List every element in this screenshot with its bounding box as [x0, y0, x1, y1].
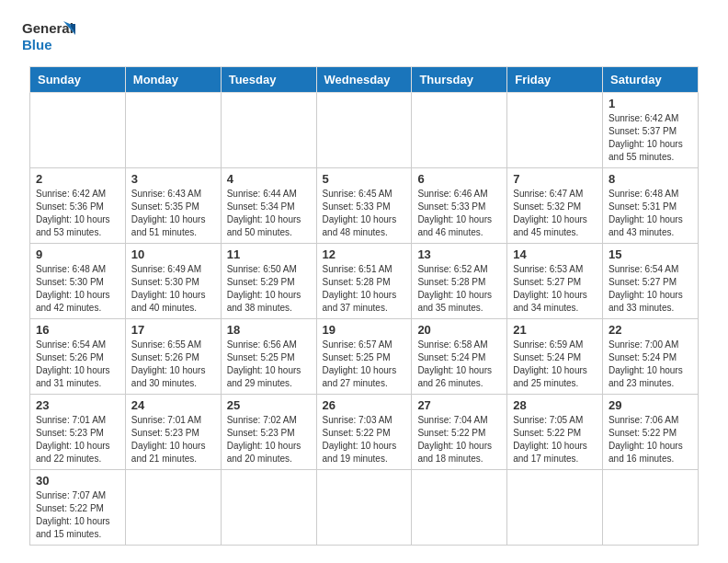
day-info: Sunrise: 6:49 AM Sunset: 5:30 PM Dayligh… [131, 263, 215, 315]
page-header: GeneralBlue [0, 0, 728, 66]
day-cell: 15Sunrise: 6:54 AM Sunset: 5:27 PM Dayli… [603, 244, 699, 319]
day-cell: 26Sunrise: 7:03 AM Sunset: 5:22 PM Dayli… [316, 395, 412, 470]
weekday-header-row: SundayMondayTuesdayWednesdayThursdayFrid… [30, 67, 699, 93]
svg-text:Blue: Blue [22, 37, 52, 52]
day-cell: 30Sunrise: 7:07 AM Sunset: 5:22 PM Dayli… [30, 470, 126, 546]
day-cell [507, 470, 603, 546]
weekday-monday: Monday [125, 67, 221, 93]
day-info: Sunrise: 6:42 AM Sunset: 5:36 PM Dayligh… [36, 188, 119, 239]
day-number: 30 [36, 474, 119, 488]
day-cell: 23Sunrise: 7:01 AM Sunset: 5:23 PM Dayli… [30, 395, 126, 470]
day-cell: 10Sunrise: 6:49 AM Sunset: 5:30 PM Dayli… [125, 244, 221, 319]
day-cell: 16Sunrise: 6:54 AM Sunset: 5:26 PM Dayli… [30, 319, 126, 395]
day-number: 2 [36, 172, 119, 186]
day-cell [603, 470, 699, 546]
day-cell: 7Sunrise: 6:47 AM Sunset: 5:32 PM Daylig… [507, 168, 603, 244]
week-row-1: 1Sunrise: 6:42 AM Sunset: 5:37 PM Daylig… [30, 93, 699, 168]
day-info: Sunrise: 6:47 AM Sunset: 5:32 PM Dayligh… [513, 188, 597, 239]
day-cell: 5Sunrise: 6:45 AM Sunset: 5:33 PM Daylig… [316, 168, 412, 244]
day-info: Sunrise: 7:03 AM Sunset: 5:22 PM Dayligh… [323, 414, 406, 465]
day-info: Sunrise: 7:01 AM Sunset: 5:23 PM Dayligh… [131, 414, 215, 465]
day-number: 21 [513, 323, 597, 337]
day-number: 4 [227, 172, 311, 186]
day-cell: 9Sunrise: 6:48 AM Sunset: 5:30 PM Daylig… [30, 244, 126, 319]
day-cell [412, 93, 507, 168]
weekday-thursday: Thursday [412, 67, 507, 93]
logo: GeneralBlue [22, 17, 77, 57]
day-info: Sunrise: 6:57 AM Sunset: 5:25 PM Dayligh… [323, 339, 406, 390]
day-cell: 17Sunrise: 6:55 AM Sunset: 5:26 PM Dayli… [125, 319, 221, 395]
day-info: Sunrise: 6:52 AM Sunset: 5:28 PM Dayligh… [417, 263, 501, 315]
day-info: Sunrise: 7:04 AM Sunset: 5:22 PM Dayligh… [417, 414, 501, 465]
day-cell: 18Sunrise: 6:56 AM Sunset: 5:25 PM Dayli… [221, 319, 316, 395]
weekday-friday: Friday [507, 67, 603, 93]
week-row-5: 23Sunrise: 7:01 AM Sunset: 5:23 PM Dayli… [30, 395, 699, 470]
day-cell [221, 93, 316, 168]
day-number: 15 [609, 247, 692, 261]
day-number: 25 [227, 398, 311, 412]
day-number: 19 [323, 323, 406, 337]
day-cell: 6Sunrise: 6:46 AM Sunset: 5:33 PM Daylig… [412, 168, 507, 244]
weekday-saturday: Saturday [603, 67, 699, 93]
day-number: 13 [417, 247, 501, 261]
day-info: Sunrise: 6:54 AM Sunset: 5:27 PM Dayligh… [609, 263, 692, 315]
day-number: 28 [513, 398, 597, 412]
day-number: 3 [131, 172, 215, 186]
day-cell: 4Sunrise: 6:44 AM Sunset: 5:34 PM Daylig… [221, 168, 316, 244]
day-cell: 22Sunrise: 7:00 AM Sunset: 5:24 PM Dayli… [603, 319, 699, 395]
day-info: Sunrise: 6:43 AM Sunset: 5:35 PM Dayligh… [131, 188, 215, 239]
day-number: 17 [131, 323, 215, 337]
day-info: Sunrise: 6:59 AM Sunset: 5:24 PM Dayligh… [513, 339, 597, 390]
day-number: 29 [609, 398, 692, 412]
day-info: Sunrise: 6:48 AM Sunset: 5:30 PM Dayligh… [36, 263, 119, 315]
logo-svg: GeneralBlue [22, 17, 77, 57]
day-cell [221, 470, 316, 546]
day-info: Sunrise: 6:48 AM Sunset: 5:31 PM Dayligh… [609, 188, 692, 239]
day-cell [30, 93, 126, 168]
day-info: Sunrise: 6:45 AM Sunset: 5:33 PM Dayligh… [323, 188, 406, 239]
day-number: 5 [323, 172, 406, 186]
day-number: 27 [417, 398, 501, 412]
day-cell: 21Sunrise: 6:59 AM Sunset: 5:24 PM Dayli… [507, 319, 603, 395]
day-info: Sunrise: 7:02 AM Sunset: 5:23 PM Dayligh… [227, 414, 311, 465]
day-cell [507, 93, 603, 168]
day-info: Sunrise: 7:00 AM Sunset: 5:24 PM Dayligh… [609, 339, 692, 390]
day-info: Sunrise: 6:58 AM Sunset: 5:24 PM Dayligh… [417, 339, 501, 390]
day-number: 18 [227, 323, 311, 337]
day-info: Sunrise: 6:54 AM Sunset: 5:26 PM Dayligh… [36, 339, 119, 390]
day-number: 8 [609, 172, 692, 186]
calendar-wrapper: SundayMondayTuesdayWednesdayThursdayFrid… [0, 66, 728, 560]
day-cell [125, 93, 221, 168]
day-number: 7 [513, 172, 597, 186]
day-number: 10 [131, 247, 215, 261]
week-row-2: 2Sunrise: 6:42 AM Sunset: 5:36 PM Daylig… [30, 168, 699, 244]
weekday-tuesday: Tuesday [221, 67, 316, 93]
day-cell: 11Sunrise: 6:50 AM Sunset: 5:29 PM Dayli… [221, 244, 316, 319]
day-cell: 28Sunrise: 7:05 AM Sunset: 5:22 PM Dayli… [507, 395, 603, 470]
day-cell: 14Sunrise: 6:53 AM Sunset: 5:27 PM Dayli… [507, 244, 603, 319]
day-cell: 25Sunrise: 7:02 AM Sunset: 5:23 PM Dayli… [221, 395, 316, 470]
day-number: 9 [36, 247, 119, 261]
weekday-sunday: Sunday [30, 67, 126, 93]
day-number: 20 [417, 323, 501, 337]
day-info: Sunrise: 7:01 AM Sunset: 5:23 PM Dayligh… [36, 414, 119, 465]
day-info: Sunrise: 7:07 AM Sunset: 5:22 PM Dayligh… [36, 489, 119, 541]
day-cell: 20Sunrise: 6:58 AM Sunset: 5:24 PM Dayli… [412, 319, 507, 395]
day-cell: 13Sunrise: 6:52 AM Sunset: 5:28 PM Dayli… [412, 244, 507, 319]
day-info: Sunrise: 6:51 AM Sunset: 5:28 PM Dayligh… [323, 263, 406, 315]
day-number: 6 [417, 172, 501, 186]
day-cell [412, 470, 507, 546]
week-row-3: 9Sunrise: 6:48 AM Sunset: 5:30 PM Daylig… [30, 244, 699, 319]
day-cell: 27Sunrise: 7:04 AM Sunset: 5:22 PM Dayli… [412, 395, 507, 470]
day-info: Sunrise: 7:05 AM Sunset: 5:22 PM Dayligh… [513, 414, 597, 465]
day-info: Sunrise: 6:55 AM Sunset: 5:26 PM Dayligh… [131, 339, 215, 390]
day-number: 22 [609, 323, 692, 337]
day-cell [125, 470, 221, 546]
day-cell: 2Sunrise: 6:42 AM Sunset: 5:36 PM Daylig… [30, 168, 126, 244]
day-number: 12 [323, 247, 406, 261]
weekday-wednesday: Wednesday [316, 67, 412, 93]
calendar-table: SundayMondayTuesdayWednesdayThursdayFrid… [29, 66, 699, 546]
day-number: 16 [36, 323, 119, 337]
week-row-6: 30Sunrise: 7:07 AM Sunset: 5:22 PM Dayli… [30, 470, 699, 546]
day-number: 1 [609, 97, 692, 110]
